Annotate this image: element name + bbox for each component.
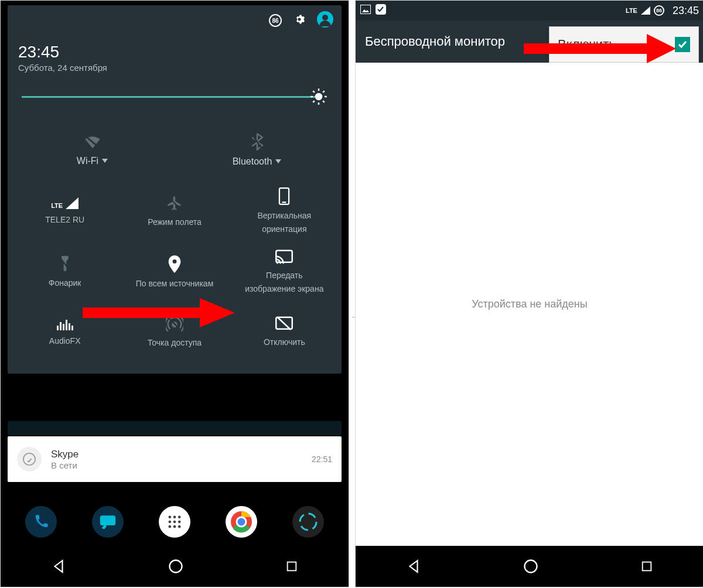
svg-rect-31 [100,515,115,525]
wifi-off-icon [83,134,103,150]
tile-off-label: Отключить [264,337,305,347]
brightness-track-filled [22,96,317,98]
tile-cast-label-2: изображение экрана [245,284,323,294]
svg-rect-47 [360,5,371,14]
location-icon [168,255,181,273]
nav-back-button[interactable] [406,559,421,574]
svg-point-44 [300,514,316,530]
tile-rotation[interactable]: Вертикальная ориентация [230,182,339,240]
qs-row-3: Фонарик По всем источникам Передать изоб… [10,244,339,300]
messages-app-icon[interactable] [92,506,124,538]
nav-home-button[interactable] [523,558,539,575]
svg-point-30 [23,453,35,465]
svg-rect-23 [71,326,73,330]
equalizer-icon [57,317,73,330]
tile-flashlight-label: Фонарик [49,278,81,288]
svg-point-1 [322,15,328,20]
chevron-down-icon [275,159,281,164]
nav-recents-button[interactable] [640,560,653,573]
svg-rect-51 [524,43,647,54]
qs-row-1: Wi-Fi Bluetooth [10,122,339,178]
status-bar: LTE 86 23:45 [356,1,703,20]
svg-line-9 [313,101,315,102]
svg-point-35 [169,521,172,524]
flashlight-off-icon [59,256,71,272]
phone-app-icon[interactable] [25,506,57,538]
status-time: 23:45 [673,5,699,17]
svg-rect-19 [60,322,62,330]
svg-point-45 [169,560,182,573]
nav-back-button[interactable] [51,559,66,574]
tile-wifi[interactable]: Wi-Fi [10,122,175,178]
svg-point-33 [173,516,176,519]
portrait-icon [278,187,290,205]
tile-hotspot-label: Точка доступа [148,338,202,347]
svg-rect-46 [287,562,296,571]
home-dock [1,499,349,545]
airplane-off-icon [166,195,183,211]
tile-screen-off[interactable]: Отключить [230,303,339,360]
tile-flashlight[interactable]: Фонарик [10,244,120,300]
nav-bar [1,546,349,587]
profile-avatar-icon[interactable] [317,11,333,30]
app-bar-title: Беспроводной монитор [365,34,505,49]
tile-location-label: По всем источникам [136,279,214,288]
svg-marker-52 [647,34,676,63]
svg-line-27 [278,317,291,329]
qs-row-2: LTE TELE2 RU Режим полета Вертикальная о… [10,182,339,240]
behind-panel-strip [8,421,342,435]
camera-app-icon[interactable] [292,506,324,538]
settings-gear-icon[interactable] [292,12,306,29]
skype-icon [17,447,42,471]
chrome-app-icon[interactable] [226,506,257,538]
tile-rotation-label-1: Вертикальная [258,211,312,221]
svg-rect-22 [69,323,70,330]
nav-home-button[interactable] [168,558,184,575]
qs-time: 23:45 [18,43,331,61]
phone-wireless-display: LTE 86 23:45 Беспроводной монитор Включи… [355,0,703,587]
notification-title: Skype [51,449,79,460]
tile-wifi-label: Wi-Fi [77,156,98,166]
tile-cellular-label: TELE2 RU [45,215,84,224]
tile-cellular[interactable]: LTE TELE2 RU [10,182,120,240]
phone-quicksettings: 86 23:45 Суббота, 24 сентября [0,0,349,587]
svg-line-10 [323,91,325,93]
svg-point-37 [178,521,181,524]
wireless-display-body: Устройства не найдены [356,63,703,546]
battery-count-badge: 86 [269,14,282,27]
svg-rect-50 [642,562,651,571]
tile-rotation-label-2: ориентация [262,224,306,234]
tile-bluetooth-label: Bluetooth [233,156,272,167]
qs-header-top: 86 [8,5,342,36]
enable-checkbox-icon[interactable] [675,37,690,52]
tile-audiofx-label: AudioFX [49,336,81,346]
tile-airplane[interactable]: Режим полета [120,182,229,240]
tile-cast[interactable]: Передать изображение экрана [230,244,339,300]
cast-icon [275,249,293,265]
tile-bluetooth[interactable]: Bluetooth [175,122,339,178]
annotation-arrow-enable [524,34,676,63]
svg-point-36 [173,521,176,524]
nav-bar [356,546,703,587]
svg-rect-21 [66,320,67,330]
image-notif-icon [360,5,371,16]
tile-cast-label-1: Передать [266,271,302,281]
display-off-icon [275,316,293,331]
brightness-slider[interactable] [22,90,327,104]
signal-lte-icon: LTE [51,197,79,209]
svg-rect-28 [83,307,200,318]
app-drawer-icon[interactable] [159,506,190,538]
brightness-thumb-icon[interactable] [310,88,327,105]
no-devices-text: Устройства не найдены [472,298,588,310]
bluetooth-off-icon [250,133,264,151]
svg-rect-18 [57,326,59,330]
svg-line-7 [313,91,315,93]
svg-point-49 [524,560,537,573]
svg-point-34 [178,516,181,519]
status-lte-label: LTE [626,7,637,14]
tile-location[interactable]: По всем источникам [120,244,229,300]
svg-point-40 [178,525,181,528]
nav-recents-button[interactable] [285,560,298,573]
notification-skype[interactable]: Skype В сети 22:51 [8,436,342,482]
svg-marker-29 [200,298,235,327]
